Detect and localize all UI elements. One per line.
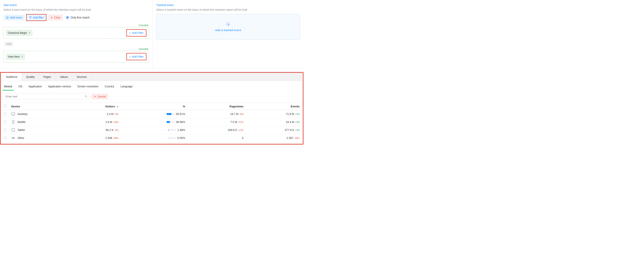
event-chip[interactable]: Checkout Begin✕ bbox=[6, 30, 32, 36]
visitors-delta: -38% bbox=[113, 137, 118, 140]
row-checkbox[interactable] bbox=[4, 128, 6, 131]
subtab-application[interactable]: Application bbox=[28, 84, 42, 90]
plus-circle-icon bbox=[6, 16, 9, 19]
tracked-event-title: Tracked event bbox=[156, 4, 300, 6]
col-visitors[interactable]: Visitors ▼ bbox=[69, 103, 121, 110]
pageviews-value: 209.6 K bbox=[228, 128, 237, 132]
col-percent[interactable]: % bbox=[121, 103, 188, 110]
device-name: Other bbox=[18, 136, 24, 140]
table-header-row: Device Visitors ▼ % Pageviews Events bbox=[2, 103, 302, 110]
subtab-device[interactable]: Device bbox=[4, 84, 13, 90]
device-name: Tablet bbox=[18, 128, 25, 132]
add-filter-inline-button[interactable]: +Add Filter bbox=[127, 54, 146, 59]
tracked-event-panel: Tracked event Select a tracked event on … bbox=[153, 0, 304, 68]
search-input[interactable] bbox=[4, 93, 89, 100]
svg-point-21 bbox=[14, 138, 14, 138]
event-chip-label: View Item bbox=[8, 55, 20, 58]
device-name: Desktop bbox=[18, 112, 28, 116]
percent-value: 1.48% bbox=[178, 128, 185, 132]
events-value: 19.4 M bbox=[286, 120, 294, 124]
mobile-icon bbox=[11, 120, 15, 124]
percent-bar bbox=[166, 121, 174, 123]
add-filter-inline-button[interactable]: +Add Filter bbox=[127, 30, 146, 36]
tab-quality[interactable]: Quality bbox=[22, 73, 39, 81]
device-table: Device Visitors ▼ % Pageviews Events Des… bbox=[2, 102, 302, 142]
search-box bbox=[4, 93, 89, 100]
subtab-os[interactable]: OS bbox=[18, 84, 23, 90]
percent-value: 38.96% bbox=[176, 120, 185, 124]
svg-rect-11 bbox=[12, 113, 15, 115]
cancel-label: Cancel bbox=[97, 95, 106, 98]
events-delta: +2% bbox=[295, 113, 300, 116]
tab-sources[interactable]: Sources bbox=[72, 73, 91, 81]
add-event-button[interactable]: Add event bbox=[4, 14, 24, 20]
table-row[interactable]: Tablet60.2 K-4%1.48%209.6 K-11%377.9 K+2… bbox=[2, 126, 302, 134]
start-event-title: Start event bbox=[4, 4, 149, 6]
percent-bar bbox=[166, 113, 174, 115]
pageviews-delta: -11% bbox=[238, 129, 244, 132]
device-name: Mobile bbox=[18, 120, 26, 124]
visitors-value: 2 008 bbox=[106, 136, 112, 140]
visitors-delta: -3% bbox=[114, 113, 118, 116]
tablet-icon bbox=[11, 128, 15, 132]
main-tabs: AudienceQualityPagesValuesSources bbox=[2, 73, 302, 81]
table-row[interactable]: Mobile1.6 M-16%38.96%7.5 M-21%19.4 M+2% bbox=[2, 118, 302, 126]
svg-marker-3 bbox=[30, 16, 32, 19]
sort-desc-icon: ▼ bbox=[116, 106, 118, 108]
event-chip[interactable]: View Item✕ bbox=[6, 54, 25, 60]
visitors-value: 1.6 M bbox=[106, 120, 112, 124]
tab-audience[interactable]: Audience bbox=[2, 73, 22, 81]
tracked-event-desc: Select a tracked event on the basis of w… bbox=[156, 8, 300, 11]
pageviews-value: 0 bbox=[242, 136, 244, 140]
col-device[interactable]: Device bbox=[9, 103, 69, 110]
col-visitors-label: Visitors bbox=[105, 105, 115, 108]
add-tracked-event-label: Add a tracked event bbox=[215, 28, 241, 32]
table-row[interactable]: Desktop2.4 M-3%59.51%19.7 M-5%71.8 M+2% bbox=[2, 110, 302, 118]
cancel-button[interactable]: Cancel bbox=[92, 94, 108, 100]
events-value: 71.8 M bbox=[286, 112, 294, 116]
remove-chip-icon[interactable]: ✕ bbox=[21, 55, 23, 58]
table-row[interactable]: Other2 008-38%0.05%02 367-44% bbox=[2, 134, 302, 142]
select-all-checkbox[interactable] bbox=[4, 105, 6, 108]
and-operator-badge: AND bbox=[5, 42, 13, 46]
close-icon bbox=[50, 16, 53, 19]
tab-values[interactable]: Values bbox=[56, 73, 72, 81]
percent-bar bbox=[168, 137, 176, 139]
add-filter-highlight: Add filter bbox=[26, 14, 46, 21]
pageviews-value: 7.5 M bbox=[230, 120, 237, 124]
subtab-country[interactable]: Country bbox=[104, 84, 114, 90]
percent-bar bbox=[168, 129, 176, 131]
row-checkbox[interactable] bbox=[4, 112, 6, 115]
add-filter-toolbar-button[interactable]: Add filter bbox=[27, 14, 46, 20]
report-section: AudienceQualityPagesValuesSources Device… bbox=[0, 72, 304, 144]
row-checkbox[interactable] bbox=[4, 136, 6, 139]
col-pageviews[interactable]: Pageviews bbox=[188, 103, 246, 110]
tab-pages[interactable]: Pages bbox=[39, 73, 56, 81]
subtab-screen-resolution[interactable]: Screen resolution bbox=[77, 84, 99, 90]
events-delta: +2% bbox=[295, 121, 300, 124]
only-first-match-toggle[interactable]: Only first match bbox=[66, 16, 90, 19]
funnel-icon bbox=[29, 16, 32, 19]
visitors-value: 2.4 M bbox=[106, 112, 114, 116]
sub-tabs: DeviceOSApplicationApplication versionSc… bbox=[2, 81, 302, 90]
remove-chip-icon[interactable]: ✕ bbox=[28, 32, 30, 34]
event-chip-label: Checkout Begin bbox=[8, 31, 27, 34]
add-filter-inline-highlight: +Add Filter bbox=[126, 29, 146, 36]
search-icon bbox=[84, 95, 88, 98]
visitors-delta: -16% bbox=[113, 121, 118, 124]
subtab-application-version[interactable]: Application version bbox=[48, 84, 72, 90]
clear-label: Clear bbox=[54, 16, 60, 19]
start-toolbar: Add event Add filter Clear Only first bbox=[4, 14, 149, 21]
col-events[interactable]: Events bbox=[246, 103, 302, 110]
desktop-icon bbox=[11, 112, 15, 116]
included-label: Included bbox=[4, 24, 149, 27]
add-tracked-event-dropzone[interactable]: Add a tracked event bbox=[156, 14, 300, 40]
row-checkbox[interactable] bbox=[4, 120, 6, 123]
plus-icon: + bbox=[129, 55, 131, 58]
subtab-language[interactable]: Language bbox=[120, 84, 133, 90]
events-value: 377.9 K bbox=[285, 128, 294, 132]
clear-button[interactable]: Clear bbox=[48, 14, 63, 20]
add-filter-toolbar-label: Add filter bbox=[33, 16, 44, 19]
events-delta: +2% bbox=[295, 129, 300, 132]
other-icon bbox=[11, 136, 15, 140]
